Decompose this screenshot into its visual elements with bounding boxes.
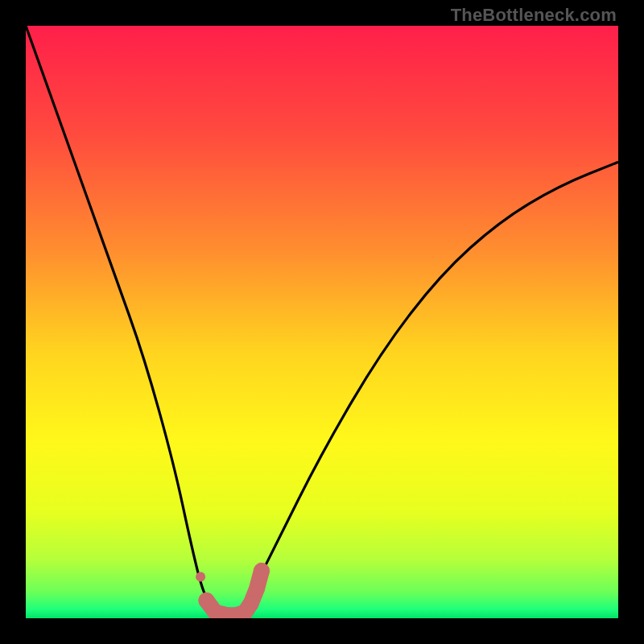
- plot-area: [26, 26, 618, 618]
- watermark-text: TheBottleneck.com: [451, 5, 617, 26]
- background-gradient: [26, 26, 618, 618]
- svg-rect-0: [26, 26, 618, 618]
- chart-frame: TheBottleneck.com: [0, 0, 644, 644]
